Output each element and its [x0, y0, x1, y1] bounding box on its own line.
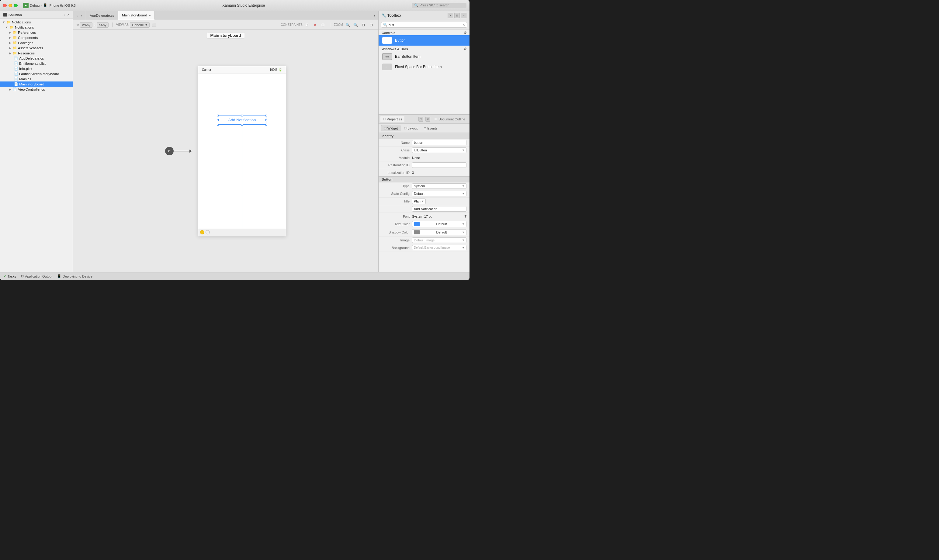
close-button[interactable]: [3, 4, 7, 7]
handle-tc: [241, 115, 243, 117]
identity-section-header: Identity: [379, 133, 469, 139]
sidebar-nav-forward[interactable]: ›: [65, 13, 65, 17]
zoom-reset-icon[interactable]: ⊡: [368, 22, 375, 28]
font-with-button: System 17 pt T: [412, 214, 466, 218]
device-content: Add Notification: [198, 74, 286, 229]
tab-close-icon[interactable]: ●: [149, 14, 151, 17]
sidebar-item-mainstoryboard[interactable]: 📄 Main.storyboard: [0, 82, 73, 87]
sidebar-close[interactable]: ✕: [67, 13, 70, 17]
prop-panel-close[interactable]: ✕: [425, 117, 430, 122]
sub-tab-layout[interactable]: ⊟ Layout: [401, 125, 420, 131]
title-value-input[interactable]: [412, 206, 466, 212]
chevron-down-icon: ▼: [462, 238, 465, 242]
tab-nav-back[interactable]: ‹: [75, 13, 79, 18]
tab-menu-button[interactable]: ▾: [370, 11, 378, 20]
sub-tab-events[interactable]: ⊙ Events: [421, 125, 440, 131]
toolbox-item-button[interactable]: Btn Button: [379, 35, 469, 46]
chevron-down-icon: ▼: [462, 192, 465, 195]
sidebar-item-references[interactable]: ▶ 📁 References: [0, 30, 73, 35]
section-collapse-icon[interactable]: ⊙: [464, 31, 466, 35]
chevron-down-icon: ▼: [421, 200, 424, 203]
canvas-toolbar: w wAny h hAny VIEW AS Generic ▼: [73, 20, 378, 30]
zoom-fit-icon[interactable]: ⊡: [360, 22, 367, 28]
maximize-button[interactable]: [14, 4, 18, 7]
localization-id-value: 3: [412, 171, 466, 174]
class-select[interactable]: UIButton ▼: [412, 148, 466, 153]
view-as-label: VIEW AS: [116, 23, 129, 26]
sidebar-item-maincs[interactable]: 📄 Main.cs: [0, 76, 73, 82]
tab-nav-forward[interactable]: ›: [80, 13, 83, 18]
prop-font: Font System 17 pt T: [379, 213, 469, 220]
sidebar-item-viewcontroller[interactable]: ▶ 📄 ViewController.cs: [0, 87, 73, 92]
tab-appdelegate[interactable]: AppDelegate.cs: [86, 11, 118, 20]
height-select[interactable]: hAny: [97, 22, 109, 28]
sidebar-nav-back[interactable]: ‹: [62, 13, 62, 17]
tab-mainstoryboard[interactable]: Main.storyboard ●: [118, 11, 155, 20]
prop-restoration-id: Restoration ID: [379, 162, 469, 169]
font-edit-button[interactable]: T: [464, 214, 466, 218]
sidebar-item-infoplist[interactable]: 📄 Info.plist: [0, 66, 73, 71]
state-config-select[interactable]: Default ▼: [412, 191, 466, 196]
chevron-down-icon: ▼: [462, 149, 465, 152]
title-format-select[interactable]: Plain ▼: [412, 198, 426, 204]
toolbox-item-bar-button[interactable]: Item Bar Button Item: [379, 51, 469, 62]
toolbox-search-input[interactable]: [389, 23, 461, 27]
right-panels: 🔧 Toolbox ✕ ⊞ ≡ 🔍 ✕: [378, 11, 469, 272]
toolbox-list-view[interactable]: ≡: [461, 13, 466, 18]
app-output-tab[interactable]: ⊟ Application Output: [21, 274, 52, 278]
zoom-in-icon[interactable]: 🔍: [344, 22, 351, 28]
name-input[interactable]: [412, 140, 466, 145]
section-collapse-icon[interactable]: ⊙: [464, 47, 466, 51]
sidebar-item-entitlements[interactable]: 📄 Entitlements.plist: [0, 61, 73, 66]
button-label: Add Notification: [228, 118, 256, 122]
storyboard-canvas[interactable]: Main storyboard ↺ Carrier: [73, 30, 378, 272]
text-color-select[interactable]: Default ▼: [412, 221, 466, 227]
view-as-select[interactable]: Generic ▼: [130, 22, 149, 28]
width-select[interactable]: wAny: [80, 22, 92, 28]
file-icon: 📄: [14, 56, 18, 60]
toolbox-section-controls: Controls ⊙: [379, 29, 469, 35]
properties-tab[interactable]: ⊞ Properties: [380, 116, 405, 122]
type-select[interactable]: System ▼: [412, 183, 466, 189]
sidebar-item-notifications-root[interactable]: ▼ 📁 Notifications: [0, 20, 73, 25]
constraints-view-icon[interactable]: ⊡: [320, 22, 326, 28]
chevron-down-icon: ▼: [145, 23, 148, 26]
minimize-button[interactable]: [9, 4, 12, 7]
chevron-icon: ▶: [9, 46, 11, 49]
selected-button-container[interactable]: Add Notification: [218, 115, 266, 125]
zoom-out-icon[interactable]: 🔍: [352, 22, 359, 28]
sub-tab-widget[interactable]: ⊞ Widget: [381, 125, 400, 131]
toolbox-item-fixed-space[interactable]: · · · · · Fixed Space Bar Button Item: [379, 62, 469, 72]
restoration-id-input[interactable]: [412, 162, 466, 168]
constraints-add-icon[interactable]: ⊞: [304, 22, 311, 28]
tasks-tab[interactable]: ✓ Tasks: [4, 274, 16, 278]
debug-label: Debug: [30, 4, 40, 7]
constraints-remove-icon[interactable]: ✕: [312, 22, 319, 28]
image-select[interactable]: Default Image ▼: [412, 237, 466, 243]
play-button[interactable]: ▶: [23, 3, 29, 8]
prop-panel-shrink[interactable]: □: [419, 117, 423, 122]
sidebar-item-launchscreen[interactable]: 📄 LaunchScreen.storyboard: [0, 71, 73, 76]
folder-icon: 📁: [7, 20, 11, 24]
search-clear-icon[interactable]: ✕: [462, 23, 465, 26]
sidebar-item-assets[interactable]: ▶ 📁 Assets.xcassets: [0, 45, 73, 51]
background-select[interactable]: Default Background Image ▼: [412, 245, 466, 250]
tab-bar: ‹ › AppDelegate.cs Main.storyboard ● ▾: [73, 11, 378, 20]
device-bottom-bar: [198, 229, 286, 236]
deploying-tab[interactable]: 📱 Deploying to Device: [57, 274, 92, 278]
doc-outline-tab[interactable]: ⊟ Document Outline: [432, 116, 468, 122]
vertical-guideline: [242, 125, 242, 229]
toolbox-grid-view[interactable]: ⊞: [454, 13, 460, 18]
sidebar-item-resources[interactable]: ▶ 📁 Resources: [0, 51, 73, 55]
sidebar-item-appdelegate[interactable]: 📄 AppDelegate.cs: [0, 55, 73, 61]
global-search[interactable]: 🔍 Press '⌘.' to search: [412, 3, 466, 8]
sidebar-item-components[interactable]: ▶ 📁 Components: [0, 35, 73, 40]
button-in-storyboard[interactable]: Add Notification: [218, 115, 266, 125]
shadow-color-select[interactable]: Default ▼: [412, 229, 466, 235]
sidebar-item-notifications[interactable]: ▼ 📁 Notifications: [0, 25, 73, 30]
view-toggle-icon[interactable]: ⬜: [151, 22, 157, 28]
sidebar-item-packages[interactable]: ▶ 📁 Packages: [0, 40, 73, 45]
toolbox-close[interactable]: ✕: [448, 13, 453, 18]
properties-tab-controls: □ ✕: [419, 117, 430, 122]
layout-icon: ⊟: [404, 126, 406, 130]
